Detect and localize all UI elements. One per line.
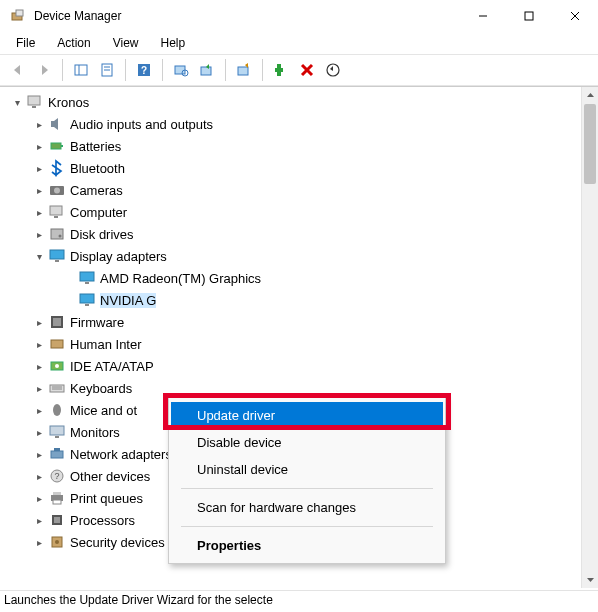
chevron-right-icon[interactable]: ▸ bbox=[32, 317, 46, 328]
tree-category-label: Batteries bbox=[70, 139, 121, 154]
chevron-right-icon[interactable]: ▸ bbox=[32, 493, 46, 504]
svg-rect-3 bbox=[525, 12, 533, 20]
chevron-down-icon[interactable]: ▾ bbox=[10, 97, 24, 108]
remove-device-button[interactable] bbox=[321, 58, 345, 82]
chevron-right-icon[interactable]: ▸ bbox=[32, 405, 46, 416]
chevron-right-icon[interactable]: ▸ bbox=[32, 361, 46, 372]
display-icon bbox=[78, 269, 96, 287]
maximize-button[interactable] bbox=[506, 0, 552, 32]
tree-category-label: Bluetooth bbox=[70, 161, 125, 176]
tree-category-label: Monitors bbox=[70, 425, 120, 440]
tree-device[interactable]: AMD Radeon(TM) Graphics bbox=[6, 267, 581, 289]
svg-text:?: ? bbox=[141, 65, 147, 76]
svg-rect-37 bbox=[85, 304, 89, 306]
chevron-right-icon[interactable]: ▸ bbox=[32, 515, 46, 526]
tree-category[interactable]: ▸Firmware bbox=[6, 311, 581, 333]
disable-device-button[interactable] bbox=[232, 58, 256, 82]
chevron-right-icon[interactable]: ▸ bbox=[32, 427, 46, 438]
printer-icon bbox=[48, 489, 66, 507]
close-button[interactable] bbox=[552, 0, 598, 32]
svg-point-46 bbox=[53, 404, 61, 416]
minimize-button[interactable] bbox=[460, 0, 506, 32]
chevron-right-icon[interactable]: ▸ bbox=[32, 449, 46, 460]
uninstall-device-button[interactable] bbox=[295, 58, 319, 82]
hid-icon bbox=[48, 335, 66, 353]
monitor-icon bbox=[48, 423, 66, 441]
svg-rect-34 bbox=[80, 272, 94, 281]
chevron-right-icon[interactable]: ▸ bbox=[32, 119, 46, 130]
tree-category[interactable]: ▸IDE ATA/ATAP bbox=[6, 355, 581, 377]
toolbar: ? bbox=[0, 54, 598, 86]
scroll-track[interactable] bbox=[582, 104, 598, 571]
chevron-right-icon[interactable]: ▸ bbox=[32, 229, 46, 240]
tree-category[interactable]: ▸Computer bbox=[6, 201, 581, 223]
tree-category-label: Other devices bbox=[70, 469, 150, 484]
tree-category-label: Mice and ot bbox=[70, 403, 137, 418]
help-button[interactable]: ? bbox=[132, 58, 156, 82]
tree-category-label: Security devices bbox=[70, 535, 165, 550]
ide-icon bbox=[48, 357, 66, 375]
update-driver-button[interactable] bbox=[195, 58, 219, 82]
context-menu: Update driver Disable device Uninstall d… bbox=[168, 397, 446, 564]
svg-rect-40 bbox=[51, 340, 63, 348]
menu-help[interactable]: Help bbox=[151, 34, 196, 52]
svg-rect-50 bbox=[54, 448, 60, 451]
tree-category[interactable]: ▾Display adapters bbox=[6, 245, 581, 267]
menu-action[interactable]: Action bbox=[47, 34, 100, 52]
tree-category[interactable]: ▸Batteries bbox=[6, 135, 581, 157]
tree-category[interactable]: ▸Keyboards bbox=[6, 377, 581, 399]
tree-device[interactable]: NVIDIA G bbox=[6, 289, 581, 311]
ctx-uninstall-device[interactable]: Uninstall device bbox=[171, 456, 443, 483]
menu-view[interactable]: View bbox=[103, 34, 149, 52]
tree-device-label: AMD Radeon(TM) Graphics bbox=[100, 271, 261, 286]
svg-text:?: ? bbox=[54, 471, 59, 481]
menu-file[interactable]: File bbox=[6, 34, 45, 52]
tree-category[interactable]: ▸Audio inputs and outputs bbox=[6, 113, 581, 135]
scroll-down-button[interactable] bbox=[582, 571, 598, 588]
scan-hardware-button[interactable] bbox=[169, 58, 193, 82]
chevron-right-icon[interactable]: ▸ bbox=[32, 383, 46, 394]
chevron-right-icon[interactable]: ▸ bbox=[32, 537, 46, 548]
svg-rect-54 bbox=[53, 492, 61, 495]
device-tree[interactable]: ▾ Kronos ▸Audio inputs and outputs▸Batte… bbox=[0, 87, 581, 588]
tree-category-label: Cameras bbox=[70, 183, 123, 198]
ctx-disable-device[interactable]: Disable device bbox=[171, 429, 443, 456]
keyboard-icon bbox=[48, 379, 66, 397]
tree-category[interactable]: ▸Disk drives bbox=[6, 223, 581, 245]
chevron-down-icon[interactable]: ▾ bbox=[32, 251, 46, 262]
chevron-right-icon[interactable]: ▸ bbox=[32, 163, 46, 174]
back-button[interactable] bbox=[6, 58, 30, 82]
tree-category[interactable]: ▸Cameras bbox=[6, 179, 581, 201]
status-bar: Launches the Update Driver Wizard for th… bbox=[0, 590, 598, 612]
properties-button[interactable] bbox=[95, 58, 119, 82]
svg-rect-57 bbox=[54, 517, 60, 523]
chevron-right-icon[interactable]: ▸ bbox=[32, 207, 46, 218]
chevron-right-icon[interactable]: ▸ bbox=[32, 141, 46, 152]
tree-category-label: Disk drives bbox=[70, 227, 134, 242]
tree-category-label: Computer bbox=[70, 205, 127, 220]
window-title: Device Manager bbox=[34, 9, 460, 23]
tree-category[interactable]: ▸Human Inter bbox=[6, 333, 581, 355]
app-icon bbox=[10, 8, 26, 24]
scroll-thumb[interactable] bbox=[584, 104, 596, 184]
chevron-right-icon[interactable]: ▸ bbox=[32, 471, 46, 482]
svg-rect-18 bbox=[275, 68, 283, 72]
chevron-right-icon[interactable]: ▸ bbox=[32, 339, 46, 350]
ctx-scan-hardware[interactable]: Scan for hardware changes bbox=[171, 494, 443, 521]
svg-point-42 bbox=[55, 364, 59, 368]
forward-button[interactable] bbox=[32, 58, 56, 82]
firmware-icon bbox=[48, 313, 66, 331]
ctx-properties[interactable]: Properties bbox=[171, 532, 443, 559]
scroll-up-button[interactable] bbox=[582, 87, 598, 104]
vertical-scrollbar[interactable] bbox=[581, 87, 598, 588]
enable-device-button[interactable] bbox=[269, 58, 293, 82]
ctx-update-driver[interactable]: Update driver bbox=[171, 402, 443, 429]
tree-category-label: IDE ATA/ATAP bbox=[70, 359, 154, 374]
svg-rect-22 bbox=[28, 96, 40, 105]
tree-root[interactable]: ▾ Kronos bbox=[6, 91, 581, 113]
chevron-right-icon[interactable]: ▸ bbox=[32, 185, 46, 196]
svg-rect-25 bbox=[61, 145, 63, 147]
other-icon: ? bbox=[48, 467, 66, 485]
tree-category[interactable]: ▸Bluetooth bbox=[6, 157, 581, 179]
show-hide-tree-button[interactable] bbox=[69, 58, 93, 82]
